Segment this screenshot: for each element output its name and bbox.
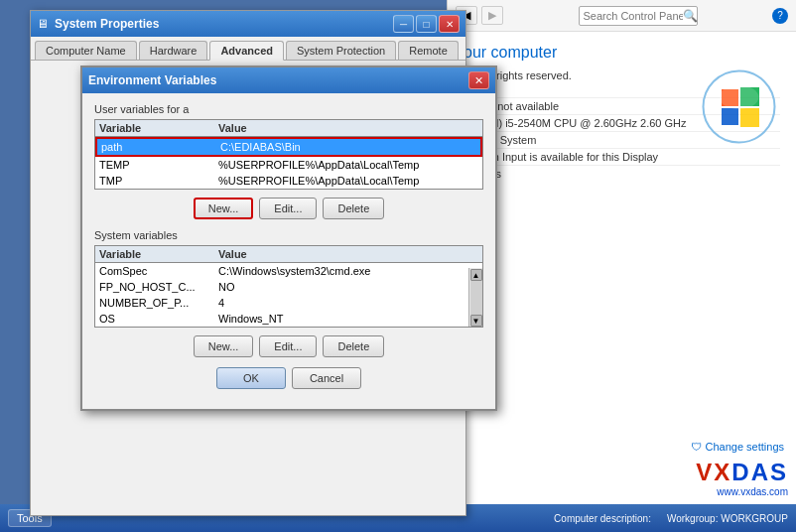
sys-var-name-os: OS	[99, 313, 218, 325]
user-vars-table: Variable Value path C:\EDIABAS\Bin TEMP …	[94, 119, 483, 190]
cp-toolbar: ◀ ▶ 🔍 ?	[448, 0, 796, 32]
vxdas-logo-text: VXDAS	[696, 459, 788, 486]
sys-delete-button[interactable]: Delete	[323, 335, 384, 357]
dialog-confirm-row: OK Cancel	[94, 367, 483, 389]
close-button[interactable]: ✕	[439, 15, 460, 33]
sys-edit-button[interactable]: Edit...	[259, 335, 317, 357]
minimize-button[interactable]: ─	[393, 15, 414, 33]
user-new-button[interactable]: New...	[194, 198, 254, 219]
scroll-down-button[interactable]: ▼	[470, 315, 482, 327]
user-vars-button-row: New... Edit... Delete	[94, 198, 483, 219]
scrollbar[interactable]: ▲ ▼	[468, 268, 482, 327]
sys-var-value-fp: NO	[218, 281, 464, 293]
sys-var-value-comspec: C:\Windows\system32\cmd.exe	[218, 265, 464, 277]
user-var-name-tmp: TMP	[99, 175, 218, 187]
user-vars-body: path C:\EDIABAS\Bin TEMP %USERPROFILE%\A…	[95, 137, 482, 189]
cp-settings-row: settings	[464, 165, 780, 182]
user-edit-button[interactable]: Edit...	[259, 198, 317, 219]
tab-advanced[interactable]: Advanced	[209, 41, 284, 61]
user-var-name-temp: TEMP	[99, 159, 218, 171]
user-vars-label: User variables for a	[94, 103, 483, 115]
computer-desc-label: Computer description:	[554, 513, 651, 524]
windows-logo-area	[702, 69, 776, 147]
control-panel-panel: ◀ ▶ 🔍 ? our computer on. All rights rese…	[447, 0, 796, 532]
scroll-up-button[interactable]: ▲	[470, 269, 482, 281]
scroll-track[interactable]	[470, 281, 482, 315]
sys-var-value-os: Windows_NT	[218, 313, 464, 325]
sys-var-row-numproc[interactable]: NUMBER_OF_P... 4	[95, 295, 468, 311]
cp-main-content: our computer on. All rights reserved. it…	[448, 32, 796, 194]
tab-system-protection[interactable]: System Protection	[286, 41, 396, 60]
sys-value-col-header: Value	[218, 248, 478, 260]
system-properties-window: 🖥 System Properties ─ □ ✕ Computer Name …	[30, 10, 466, 516]
vxdas-url: www.vxdas.com	[696, 486, 788, 497]
value-col-header: Value	[218, 122, 478, 134]
sys-var-name-fp: FP_NO_HOST_C...	[99, 281, 218, 293]
env-dialog-titlebar: Environment Variables ✕	[82, 67, 495, 93]
variable-col-header: Variable	[99, 122, 218, 134]
titlebar-controls: ─ □ ✕	[393, 15, 460, 33]
system-props-tabs: Computer Name Hardware Advanced System P…	[31, 37, 465, 61]
search-icon: 🔍	[683, 9, 698, 23]
cp-search-box[interactable]: 🔍	[579, 6, 698, 26]
user-var-row-path[interactable]: path C:\EDIABAS\Bin	[95, 137, 482, 157]
taskbar-desc-label: Computer description:	[554, 513, 651, 524]
change-settings-text: Change settings	[706, 441, 785, 453]
user-var-name-path: path	[101, 141, 220, 153]
env-close-button[interactable]: ✕	[468, 71, 489, 89]
system-vars-table: Variable Value ComSpec C:\Windows\system…	[94, 245, 483, 328]
tab-hardware[interactable]: Hardware	[139, 41, 208, 60]
sys-var-name-comspec: ComSpec	[99, 265, 218, 277]
sys-var-row-os[interactable]: OS Windows_NT	[95, 311, 468, 327]
cp-info-row-3: r Touch Input is available for this Disp…	[464, 148, 780, 165]
sys-var-name-numproc: NUMBER_OF_P...	[99, 297, 218, 309]
system-vars-label: System variables	[94, 229, 483, 241]
tab-computer-name[interactable]: Computer Name	[35, 41, 137, 60]
sys-new-button[interactable]: New...	[194, 335, 254, 357]
cp-title-text: our computer	[464, 44, 557, 61]
sys-var-row-comspec[interactable]: ComSpec C:\Windows\system32\cmd.exe	[95, 263, 468, 279]
system-props-titlebar: 🖥 System Properties ─ □ ✕	[31, 11, 465, 37]
environment-variables-dialog: Environment Variables ✕ User variables f…	[80, 66, 497, 411]
user-var-value-path: C:\EDIABAS\Bin	[220, 141, 476, 153]
user-var-row-tmp[interactable]: TMP %USERPROFILE%\AppData\Local\Temp	[95, 173, 482, 189]
env-dialog-title: Environment Variables	[88, 73, 216, 87]
user-delete-button[interactable]: Delete	[323, 198, 384, 219]
system-vars-body: ComSpec C:\Windows\system32\cmd.exe FP_N…	[95, 263, 482, 327]
tab-remote[interactable]: Remote	[398, 41, 459, 60]
sys-variable-col-header: Variable	[99, 248, 218, 260]
sys-var-row-fp[interactable]: FP_NO_HOST_C... NO	[95, 279, 468, 295]
window-title: System Properties	[55, 17, 159, 31]
sys-var-value-numproc: 4	[218, 297, 464, 309]
maximize-button[interactable]: □	[416, 15, 437, 33]
cp-page-title: our computer	[464, 44, 780, 62]
user-var-value-tmp: %USERPROFILE%\AppData\Local\Temp	[218, 175, 478, 187]
change-settings-link[interactable]: 🛡 Change settings	[691, 441, 785, 453]
workgroup-value: WORKGROUP	[721, 513, 788, 524]
user-var-row-temp[interactable]: TEMP %USERPROFILE%\AppData\Local\Temp	[95, 157, 482, 173]
workgroup-label: Workgroup: WORKGROUP	[667, 513, 788, 524]
help-button[interactable]: ?	[772, 8, 788, 24]
svg-point-1	[720, 85, 759, 109]
user-vars-header: Variable Value	[95, 120, 482, 137]
windows-logo	[702, 69, 776, 144]
cancel-button[interactable]: Cancel	[292, 367, 361, 389]
ok-button[interactable]: OK	[216, 367, 286, 389]
vxdas-branding: VXDAS www.vxdas.com	[696, 459, 788, 497]
search-input[interactable]	[584, 10, 683, 22]
workgroup-text-label: Workgroup:	[667, 513, 719, 524]
user-var-value-temp: %USERPROFILE%\AppData\Local\Temp	[218, 159, 478, 171]
system-vars-header: Variable Value	[95, 246, 482, 263]
cp-forward-button[interactable]: ▶	[481, 6, 503, 25]
shield-icon: 🛡	[691, 441, 702, 453]
env-dialog-content: User variables for a Variable Value path…	[82, 93, 495, 409]
system-vars-button-row: New... Edit... Delete	[94, 335, 483, 357]
